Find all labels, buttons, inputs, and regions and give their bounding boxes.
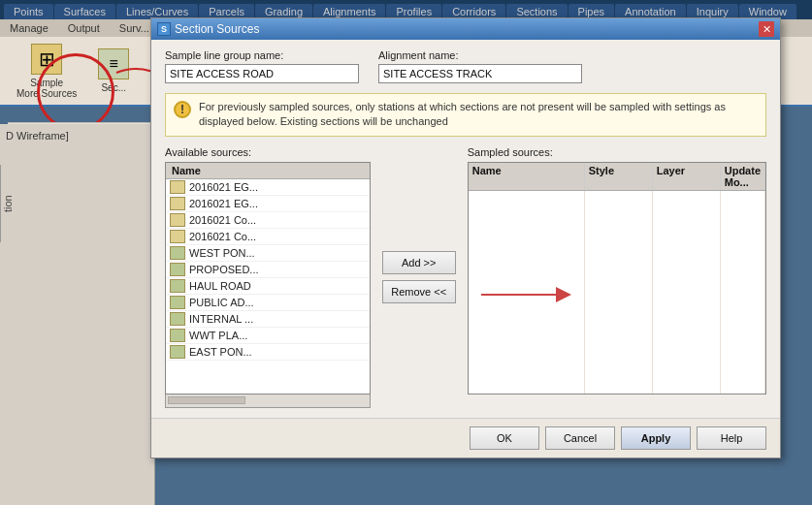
sample-btn-label: SampleMore Sources [16, 78, 77, 99]
item-icon [170, 296, 185, 309]
grid-col-layer [653, 191, 721, 395]
sampled-body [469, 191, 765, 395]
sample-line-group-field: Sample line group name: [165, 49, 359, 83]
section-sources-dialog: S Section Sources ✕ Sample line group na… [150, 17, 781, 458]
list-item[interactable]: WWT PLA... [166, 328, 370, 344]
dialog-titlebar: S Section Sources ✕ [151, 18, 780, 40]
scrollbar-thumb[interactable] [168, 396, 245, 404]
apply-button[interactable]: Apply [621, 426, 691, 450]
menu-surfaces[interactable]: Surfaces [54, 4, 115, 19]
list-item[interactable]: WEST PON... [166, 245, 370, 262]
list-item[interactable]: INTERNAL ... [166, 311, 370, 328]
grid-col-style [585, 191, 653, 395]
menu-points[interactable]: Points [4, 4, 53, 19]
alignment-label: Alignment name: [378, 49, 582, 61]
list-item[interactable]: 2016021 Co... [166, 229, 370, 245]
item-icon [170, 345, 185, 359]
alignment-input[interactable] [378, 64, 582, 83]
item-icon [170, 197, 185, 210]
list-item[interactable]: EAST PON... [166, 344, 370, 361]
sampled-sources-table: Name Style Layer Update Mo... [468, 162, 766, 395]
section-vertical-label: tion [0, 165, 14, 242]
sample-line-input[interactable] [165, 64, 359, 83]
list-item[interactable]: HAUL ROAD [166, 278, 370, 295]
sampled-col-name-header: Name [469, 163, 585, 190]
grid-col-update [721, 191, 765, 395]
item-icon [170, 263, 185, 276]
item-icon [170, 213, 185, 227]
item-icon [170, 329, 185, 342]
sampled-col-style-header: Style [585, 163, 653, 190]
dialog-close-button[interactable]: ✕ [759, 21, 774, 37]
middle-buttons: Add >> Remove << [378, 146, 460, 408]
available-sources-panel: Available sources: Name 2016021 EG... 20… [165, 146, 371, 408]
add-button[interactable]: Add >> [382, 251, 456, 274]
sampled-sources-panel: Sampled sources: Name Style Layer Update… [468, 146, 766, 408]
cancel-button[interactable]: Cancel [545, 426, 615, 450]
titlebar-left: S Section Sources [157, 22, 259, 36]
remove-button[interactable]: Remove << [382, 280, 456, 303]
available-sources-label: Available sources: [165, 146, 371, 158]
sampled-header: Name Style Layer Update Mo... [469, 163, 765, 191]
available-sources-list[interactable]: Name 2016021 EG... 2016021 EG... 2016021… [165, 162, 371, 395]
ribbon-btn-sample[interactable]: ⊞ SampleMore Sources [8, 36, 85, 106]
dialog-body: Sample line group name: Alignment name: … [151, 40, 780, 418]
panels-row: Available sources: Name 2016021 EG... 20… [165, 146, 766, 408]
sections-btn-label: Sec... [101, 82, 126, 93]
list-scrollbar-footer [165, 395, 371, 408]
item-icon [170, 230, 185, 243]
sampled-col-layer-header: Layer [653, 163, 721, 190]
ok-button[interactable]: OK [470, 426, 539, 450]
available-name-header: Name [166, 163, 370, 179]
item-icon [170, 279, 185, 293]
menu-bar: Points Surfaces Lines/Curves Parcels Gra… [0, 0, 812, 19]
info-box: ! For previously sampled sources, only s… [165, 93, 766, 137]
left-sidebar: D Wireframe] [0, 124, 155, 505]
ribbon-tab-survey[interactable]: Surv... [114, 21, 155, 35]
ribbon-btn-sections[interactable]: ≡ Sec... [89, 36, 138, 106]
info-icon: ! [174, 101, 191, 118]
sidebar-wireframe: D Wireframe] [0, 124, 154, 147]
item-icon [170, 180, 185, 194]
item-icon [170, 312, 185, 326]
sampled-sources-label: Sampled sources: [468, 146, 766, 158]
fields-row: Sample line group name: Alignment name: [165, 49, 766, 83]
list-item[interactable]: 2016021 Co... [166, 212, 370, 229]
sampled-grid [469, 191, 765, 395]
sample-icon: ⊞ [31, 44, 62, 75]
dialog-icon: S [157, 22, 171, 36]
item-icon [170, 246, 185, 260]
info-text: For previously sampled sources, only sta… [199, 100, 758, 130]
help-button[interactable]: Help [697, 426, 766, 450]
sample-line-label: Sample line group name: [165, 49, 359, 61]
list-item[interactable]: PUBLIC AD... [166, 295, 370, 311]
list-item[interactable]: PROPOSED... [166, 262, 370, 278]
alignment-name-field: Alignment name: [378, 49, 582, 83]
sampled-col-update-header: Update Mo... [721, 163, 765, 190]
grid-col-name [469, 191, 585, 395]
ribbon-tab-manage[interactable]: Manage [4, 21, 54, 35]
ribbon-tab-output[interactable]: Output [62, 21, 106, 35]
list-item[interactable]: 2016021 EG... [166, 196, 370, 212]
list-item[interactable]: 2016021 EG... [166, 179, 370, 196]
dialog-title: Section Sources [175, 22, 259, 36]
sections-icon: ≡ [98, 48, 129, 79]
dialog-footer: OK Cancel Apply Help [151, 418, 780, 458]
